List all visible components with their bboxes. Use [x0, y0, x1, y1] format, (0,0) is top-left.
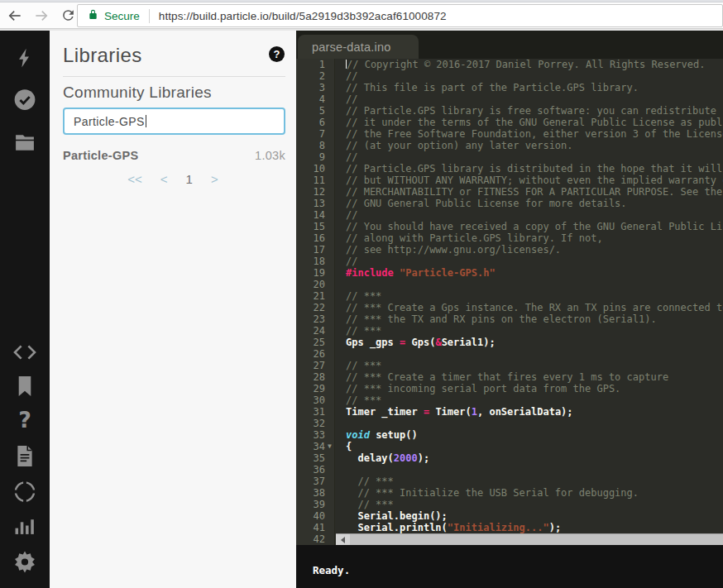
console-chart-icon[interactable] — [13, 515, 36, 536]
code-line[interactable]: 19#include "Particle-GPS.h" — [296, 267, 723, 279]
code-line[interactable]: 21// *** — [296, 290, 723, 302]
code-line[interactable]: 1// Copyright © 2016-2017 Daniel Porrey.… — [296, 59, 723, 70]
folder-icon[interactable] — [14, 132, 36, 152]
library-result-row[interactable]: Particle-GPS 1.03k — [63, 149, 285, 162]
pagination: << < 1 > — [50, 172, 296, 186]
verify-check-icon[interactable] — [14, 88, 36, 111]
code-line[interactable]: 23// *** the TX and RX pins on the elect… — [296, 313, 723, 325]
library-name: Particle-GPS — [63, 149, 138, 162]
secure-lock-icon — [88, 8, 98, 24]
scroll-left-arrow-icon — [341, 537, 345, 543]
code-line[interactable]: 8// (at your option) any later version. — [296, 140, 723, 151]
secure-label: Secure — [104, 10, 140, 22]
code-line[interactable]: 6// it under the terms of the GNU Genera… — [296, 117, 723, 128]
pagination-next-button[interactable]: > — [211, 172, 218, 186]
code-line[interactable]: 25Gps _gps = Gps(&Serial1); — [296, 337, 723, 348]
text-cursor — [146, 115, 146, 127]
pagination-page-1[interactable]: 1 — [186, 172, 193, 186]
code-line[interactable]: 40 Serial.begin(); — [296, 510, 723, 522]
code-lines: 1// Copyright © 2016-2017 Daniel Porrey.… — [296, 59, 723, 545]
omnibox-divider — [149, 9, 150, 23]
refresh-button[interactable] — [56, 4, 79, 27]
page-title: Libraries — [63, 44, 142, 67]
tab-parse-data-ino[interactable]: parse-data.ino — [298, 35, 419, 59]
code-line[interactable]: 32 — [296, 418, 723, 429]
code-line[interactable]: 22// *** Create a Gps instance. The RX a… — [296, 302, 723, 313]
code-line[interactable]: 2// — [296, 70, 723, 82]
code-area[interactable]: 1// Copyright © 2016-2017 Daniel Porrey.… — [296, 59, 723, 545]
code-line[interactable]: 30// *** — [296, 394, 723, 406]
code-line[interactable]: 36 — [296, 464, 723, 476]
code-line[interactable]: 20 — [296, 279, 723, 290]
scroll-left-button[interactable] — [336, 534, 350, 545]
code-line[interactable]: 5// Particle.GPS library is free softwar… — [296, 105, 723, 117]
fold-arrow-icon[interactable]: ▼ — [328, 441, 332, 452]
address-bar[interactable]: Secure https://build.particle.io/build/5… — [77, 4, 723, 27]
flash-icon[interactable] — [14, 47, 36, 69]
editor-statusbar: Ready. — [296, 545, 723, 588]
code-line[interactable]: 38 // *** Initialize the USB Serial for … — [296, 487, 723, 499]
libraries-help-button[interactable]: ? — [269, 46, 285, 62]
forward-arrow-icon — [33, 7, 50, 24]
code-line[interactable]: 24// *** — [296, 325, 723, 337]
code-line[interactable]: 28// *** Create a timer that fires every… — [296, 371, 723, 383]
back-arrow-icon — [7, 7, 23, 24]
panel-divider — [63, 76, 285, 77]
bookmark-icon[interactable] — [16, 376, 34, 397]
code-line[interactable]: 35 delay(2000); — [296, 452, 723, 464]
code-line[interactable]: 12// MERCHANTABILITY or FITNESS FOR A PA… — [296, 186, 723, 198]
library-search-input[interactable]: Particle-GPS — [63, 108, 285, 135]
code-line[interactable]: 39 // *** — [296, 499, 723, 510]
code-line[interactable]: 17// see http://www.gnu.org/licenses/. — [296, 244, 723, 256]
code-line[interactable]: 4// — [296, 93, 723, 105]
code-line[interactable]: 10// Particle.GPS library is distributed… — [296, 163, 723, 174]
code-line[interactable]: 11// but WITHOUT ANY WARRANTY; without e… — [296, 174, 723, 186]
community-libraries-heading: Community Libraries — [63, 84, 212, 102]
back-button[interactable] — [3, 4, 26, 27]
code-line[interactable]: 34▼{ — [296, 441, 723, 452]
horizontal-scrollbar[interactable] — [336, 533, 723, 545]
code-line[interactable]: 41 Serial.println("Initializing..."); — [296, 522, 723, 533]
settings-gear-icon[interactable] — [13, 550, 37, 574]
target-crosshair-icon[interactable] — [13, 480, 37, 504]
code-line[interactable]: 3// This file is part of the Particle.GP… — [296, 82, 723, 93]
browser-chrome: Secure https://build.particle.io/build/5… — [0, 0, 723, 31]
library-usage-count: 1.03k — [255, 149, 285, 162]
code-line[interactable]: 26 — [296, 348, 723, 360]
code-line[interactable]: 37 // *** — [296, 476, 723, 487]
code-line[interactable]: 13// GNU General Public License for more… — [296, 198, 723, 209]
help-question-icon[interactable]: ? — [18, 407, 31, 433]
browser-toolbar: Secure https://build.particle.io/build/5… — [0, 3, 723, 27]
code-line[interactable]: 9// — [296, 151, 723, 163]
code-line[interactable]: 31Timer _timer = Timer(1, onSerialData); — [296, 406, 723, 418]
browser-tabstrip — [0, 0, 723, 2]
pagination-first-button[interactable]: << — [127, 172, 142, 186]
url-text: https://build.particle.io/build/5a2919d3… — [159, 10, 447, 22]
pagination-prev-button[interactable]: < — [160, 172, 168, 186]
forward-button[interactable] — [30, 4, 53, 27]
app-sidebar: ? — [0, 31, 50, 588]
search-input-value: Particle-GPS — [74, 115, 145, 128]
status-message: Ready. — [313, 564, 350, 576]
code-editor: parse-data.ino 1// Copyright © 2016-2017… — [296, 31, 723, 588]
code-line[interactable]: 16// along with Particle.GPS library. If… — [296, 232, 723, 244]
code-line[interactable]: 33void setup() — [296, 429, 723, 441]
editor-tabbar: parse-data.ino — [296, 31, 723, 59]
code-brackets-icon[interactable] — [12, 342, 38, 362]
refresh-icon — [60, 7, 76, 23]
code-line[interactable]: 14// — [296, 209, 723, 221]
code-line[interactable]: 15// You should have received a copy of … — [296, 221, 723, 232]
code-line[interactable]: 7// the Free Software Foundation, either… — [296, 128, 723, 140]
libraries-panel: Libraries ? Community Libraries Particle… — [50, 31, 296, 588]
docs-file-icon[interactable] — [15, 445, 35, 467]
code-line[interactable]: 18// — [296, 256, 723, 267]
code-line[interactable]: 27// *** — [296, 360, 723, 371]
code-line[interactable]: 29// *** incoming serial port data from … — [296, 383, 723, 394]
